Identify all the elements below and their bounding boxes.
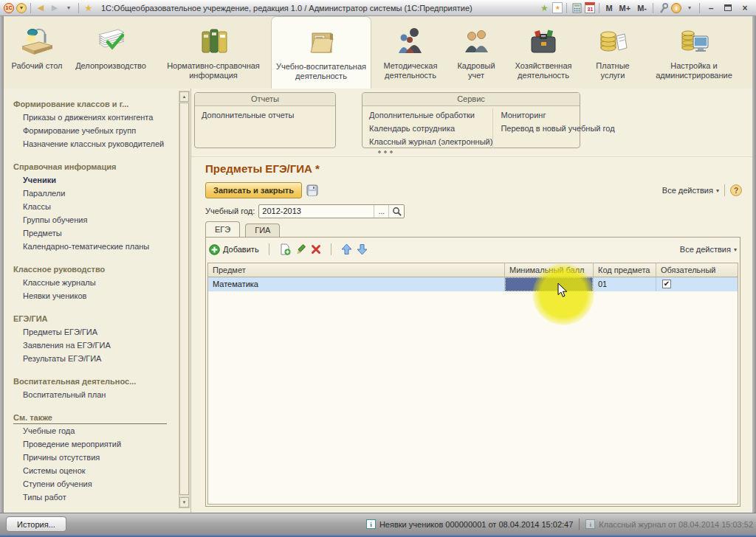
info-icon[interactable]: i [671,3,681,13]
command-additional-processing[interactable]: Дополнительные обработки [369,108,492,122]
binders-icon [196,24,231,60]
sidebar-item-uchebnye-goda[interactable]: Учебные года [13,424,176,437]
favorites-list-icon[interactable]: ★ [552,2,563,13]
sidebar-item-paralleli[interactable]: Параллели [13,187,176,200]
search-icon[interactable] [388,205,404,218]
ribbon-section-administration[interactable]: Настройка и администрирование [643,16,745,89]
sidebar-item-tipy-rabot[interactable]: Типы работ [13,491,176,504]
sidebar-item-klassy[interactable]: Классы [13,200,176,213]
lookup-button[interactable]: ... [374,205,388,218]
add-row-button[interactable]: Добавить [209,244,259,255]
history-button[interactable]: История... [6,516,66,532]
command-additional-reports[interactable]: Дополнительные отчеты [202,108,294,122]
chevron-down-icon: ▾ [716,187,719,194]
ribbon-section-hr[interactable]: Кадровый учет [450,16,503,89]
main-menu-button[interactable]: ▾ [16,3,27,13]
help-icon[interactable]: ? [730,184,742,196]
form-all-actions-button[interactable]: Все действия ▾ [662,186,719,195]
window-frame-left [0,16,4,513]
school-year-input[interactable]: 2012-2013 ... [258,204,405,218]
separator [30,3,31,13]
calculator-icon[interactable] [571,2,583,14]
sidebar-item-vospitatelny-plan[interactable]: Воспитательный план [13,388,176,401]
sidebar-item-sistemy-ocenok[interactable]: Системы оценок [13,464,176,477]
restore-button[interactable] [721,1,735,14]
command-new-school-year-transfer[interactable]: Перевод в новый учебный год [501,122,614,135]
edit-row-icon[interactable] [295,244,306,255]
forward-button[interactable]: ▶ [49,2,61,14]
restore-icon [724,4,732,11]
tab-ege[interactable]: ЕГЭ [205,221,240,237]
ribbon-section-household-activity[interactable]: Хозяйственная деятельность [504,16,583,89]
memory-mminus-button[interactable]: M- [635,4,649,13]
status-message-text: Классный журнал от 08.04.2014 15:03:52 [599,520,753,529]
cell-subject-code[interactable]: 01 [594,277,656,291]
sidebar-item-naznachenie[interactable]: Назначение классных руководителей [13,137,176,150]
checkbox-checked-icon[interactable]: ✔ [662,280,671,288]
sidebar-item-formirovanie-grupp[interactable]: Формирование учебных групп [13,124,176,137]
copy-row-icon[interactable] [279,243,291,255]
ribbon-section-reference-info[interactable]: Нормативно-справочная информация [157,16,269,89]
papers-check-icon [93,24,128,60]
add-favorite-icon[interactable]: ★ [538,2,550,14]
command-monitoring[interactable]: Мониторинг [501,108,614,122]
move-down-icon[interactable] [357,243,368,255]
move-up-icon[interactable] [341,243,352,255]
sidebar-item-klassnye-zhurnaly[interactable]: Классные журналы [13,276,176,289]
ribbon-section-methodical-activity[interactable]: Методическая деятельность [373,16,448,89]
cell-subject[interactable]: Математика [208,277,505,291]
list-all-actions-button[interactable]: Все действия ▾ [680,245,737,254]
delete-row-icon[interactable] [311,244,321,254]
column-header-min-score[interactable]: Минимальный балл [505,263,594,277]
splitter-grip[interactable] [377,150,394,153]
sidebar-item-ktp[interactable]: Календарно-тематические планы [13,240,176,253]
reports-panel: Отчеты Дополнительные отчеты [194,92,336,148]
sidebar-scrollbar[interactable]: ▲ ▼ [179,91,190,508]
sidebar-item-gruppy-obucheniya[interactable]: Группы обучения [13,213,176,226]
tab-gia[interactable]: ГИА [245,224,280,237]
ribbon-section-desktop[interactable]: Рабочий стол [10,16,64,89]
favorites-icon[interactable]: ★ [83,2,94,14]
save-icon[interactable] [306,184,318,196]
title-bar: 1С ▾ ◀ ▶ ▾ ★ 1С:Общеобразовательное учре… [0,0,756,16]
scroll-down-icon[interactable]: ▼ [179,497,189,507]
status-message[interactable]: i Неявки учеников 000000001 от 08.04.201… [366,519,573,529]
cell-required[interactable]: ✔ [656,277,738,291]
history-dropdown-icon[interactable]: ▾ [63,2,75,14]
ribbon-sections-bar: Рабочий стол Делопроизводство [4,16,752,89]
command-employee-calendar[interactable]: Календарь сотрудника [369,122,492,135]
scrollbar-thumb[interactable] [179,103,189,495]
ribbon-section-educational-activity[interactable]: Учебно-воспитательная деятельность [271,16,371,89]
column-header-required[interactable]: Обязательный [656,263,738,277]
sidebar-item-prikazy[interactable]: Приказы о движениях контингента [13,111,176,124]
sidebar-item-zayavleniya-ege[interactable]: Заявления на ЕГЭ/ГИА [13,339,176,352]
save-and-close-button[interactable]: Записать и закрыть [205,182,302,198]
back-button[interactable]: ◀ [35,2,47,14]
subjects-table: Предмет Минимальный балл Код предмета Об… [207,263,738,505]
table-row[interactable]: Математика 01 ✔ [208,277,738,291]
scroll-up-icon[interactable]: ▲ [179,91,189,102]
column-header-subject-code[interactable]: Код предмета [594,263,656,277]
memory-mplus-button[interactable]: M+ [617,4,633,13]
ribbon-section-docflow[interactable]: Делопроизводство [66,16,156,89]
cell-min-score-selected[interactable] [505,277,594,291]
ribbon-section-paid-services[interactable]: Платные услуги [584,16,642,89]
school-year-value[interactable]: 2012-2013 [259,207,374,215]
command-class-journal-electronic[interactable]: Классный журнал (электронный) [369,135,492,148]
sidebar-item-meropriyatiya[interactable]: Проведение мероприятий [13,437,176,451]
sidebar-item-ucheniki[interactable]: Ученики [13,173,176,187]
info-dropdown-icon[interactable]: ▾ [684,2,695,14]
service-tools-icon[interactable] [657,2,669,14]
sidebar-item-prichiny[interactable]: Причины отсутствия [13,451,176,464]
minimize-button[interactable]: – [704,1,718,14]
memory-m-button[interactable]: M [603,4,614,13]
sidebar-item-neyavki[interactable]: Неявки учеников [13,289,176,302]
close-button[interactable]: × [738,1,752,14]
column-header-subject[interactable]: Предмет [208,263,505,277]
sidebar-item-stupeni[interactable]: Ступени обучения [13,477,176,491]
sidebar-item-rezultaty-ege[interactable]: Результаты ЕГЭ/ГИА [13,352,176,365]
sidebar-item-predmety-ege[interactable]: Предметы ЕГЭ/ГИА [13,325,176,339]
calendar-icon[interactable]: 31 [585,2,595,13]
sidebar-item-predmety[interactable]: Предметы [13,226,176,240]
status-message[interactable]: i Классный журнал от 08.04.2014 15:03:52 [585,519,753,529]
